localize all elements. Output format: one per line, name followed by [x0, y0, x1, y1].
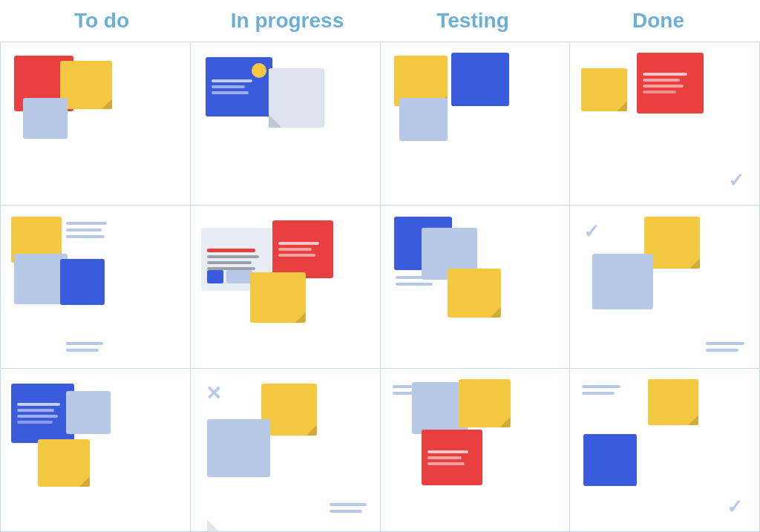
textlines-r3c2 [330, 503, 367, 513]
textlines-r2c4 [706, 342, 744, 352]
cell-r3c2: ✕ [191, 369, 381, 532]
cell-r3c3 [381, 369, 571, 532]
x-icon-r1c3: ✕ [427, 100, 442, 118]
textlines2-r2c1 [66, 342, 103, 352]
textlines-r2c3 [396, 276, 439, 286]
card-blue-r1c3 [451, 53, 509, 106]
header-testing: Testing [380, 9, 566, 33]
check-icon-r3c4: ✓ [727, 497, 743, 516]
header-done: Done [566, 9, 751, 33]
card-yellow-r1c4 [581, 68, 627, 111]
cell-r2c1 [1, 206, 191, 369]
cell-r1c4: ✓ [570, 42, 760, 206]
header-todo: To do [9, 9, 194, 33]
cell-r2c2 [191, 206, 381, 369]
column-headers: To do In progress Testing Done [0, 0, 760, 42]
cell-r1c2 [191, 42, 381, 206]
cell-r1c3: ✕ [381, 42, 571, 206]
cell-r2c3 [381, 206, 571, 369]
card-blue-r2c1 [60, 259, 105, 305]
card-pale-r1c1 [23, 98, 68, 139]
card-yellow-r3c3 [459, 379, 511, 427]
card-pale-r3c1 [66, 391, 111, 434]
header-inprogress: In progress [194, 9, 380, 33]
card-pale-r1c2 [269, 68, 324, 128]
card-yellow-r1c1 [60, 61, 112, 109]
card-yellow2-r2c3 [448, 269, 501, 318]
card-pale-r2c4 [592, 254, 653, 309]
cell-r3c1 [1, 369, 191, 532]
check-icon-r1c4: ✓ [728, 171, 744, 190]
textlines-r2c1 [66, 222, 107, 238]
card-yellow-r3c4 [648, 379, 698, 425]
board-grid: ✕ ✓ [0, 42, 760, 532]
card-yellow-r2c2 [250, 272, 306, 323]
check-icon-r2c4: ✓ [583, 222, 600, 241]
x-icon-r3c2: ✕ [206, 384, 222, 403]
cell-r1c1 [1, 42, 191, 206]
kanban-board: To do In progress Testing Done [0, 0, 760, 532]
card-pale-r3c2 [207, 419, 270, 477]
cell-r2c4: ✓ [570, 206, 760, 369]
textlines-r3c4 [582, 385, 620, 395]
card-yellow-r3c1 [38, 439, 90, 487]
card-blue-r3c4 [583, 434, 637, 486]
cell-r3c4: ✓ [570, 369, 760, 532]
